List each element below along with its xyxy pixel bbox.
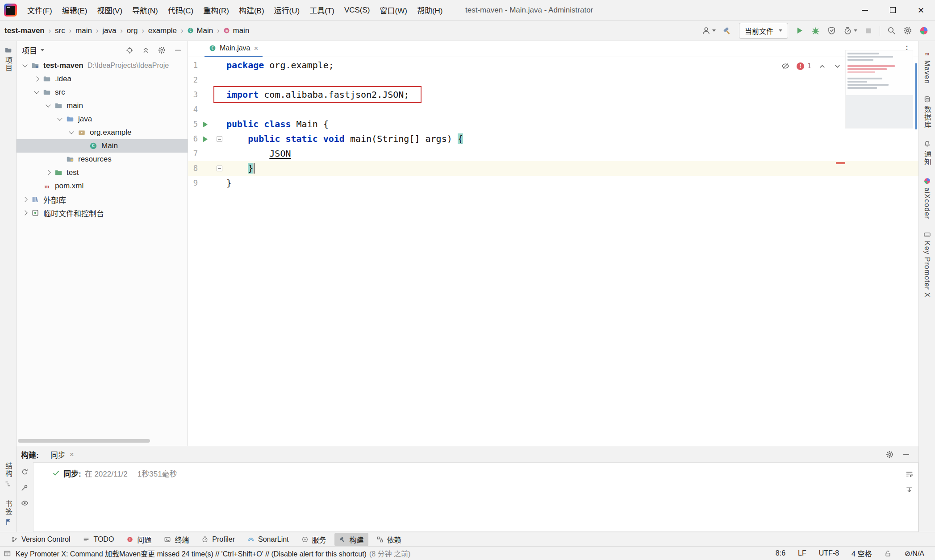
tree-chevron-box[interactable] xyxy=(32,77,42,81)
menu-item-9[interactable]: VCS(S) xyxy=(339,0,375,20)
menu-item-8[interactable]: 工具(T) xyxy=(305,0,339,20)
toolwindow-button-Version Control[interactable]: Version Control xyxy=(6,534,75,545)
tree-node-main[interactable]: main xyxy=(17,99,188,112)
tool-stripe-tab-结构[interactable]: 结构 xyxy=(3,462,13,488)
fold-end-icon[interactable] xyxy=(217,166,222,171)
close-button[interactable] xyxy=(907,0,935,20)
code-line-3[interactable]: 3import com.alibaba.fastjson2.JSON; xyxy=(188,87,918,102)
previous-error-button[interactable] xyxy=(818,62,826,71)
tool-stripe-tab-aiXcoder[interactable]: aiXcoder xyxy=(923,177,931,219)
fold-start-icon[interactable] xyxy=(217,136,222,142)
menu-item-5[interactable]: 重构(R) xyxy=(198,0,234,20)
breadcrumb-item-test-maven[interactable]: test-maven xyxy=(4,26,45,35)
code-line-2[interactable]: 2 xyxy=(188,73,918,87)
tree-node-org.example[interactable]: org.example xyxy=(17,126,188,139)
toolwindow-button-问题[interactable]: 问题 xyxy=(122,533,156,546)
tool-stripe-tab-通知[interactable]: 通知 xyxy=(922,140,932,166)
breadcrumb-item-Main[interactable]: CMain xyxy=(187,26,213,35)
tool-stripe-tab-Key Promoter X[interactable]: Key Promoter X xyxy=(923,231,931,298)
project-panel-title[interactable]: 项目 xyxy=(22,45,37,56)
tree-node-临时文件和控制台[interactable]: 临时文件和控制台 xyxy=(17,206,188,220)
maximize-button[interactable] xyxy=(879,0,907,20)
toolwindow-button-构建[interactable]: 构建 xyxy=(334,533,368,546)
tree-chevron-box[interactable] xyxy=(55,118,65,120)
menu-item-11[interactable]: 帮助(H) xyxy=(412,0,448,20)
build-tab-sync[interactable]: 同步 xyxy=(50,449,74,460)
horizontal-scrollbar[interactable] xyxy=(18,439,150,443)
code-line-4[interactable]: 4 xyxy=(188,102,918,117)
tool-stripe-tab-项目[interactable]: 项目 xyxy=(3,46,13,72)
status-item-4 空格[interactable]: 4 空格 xyxy=(852,548,872,559)
toolwindow-quick-access-icon[interactable] xyxy=(4,550,11,557)
toolwindow-button-TODO[interactable]: TODO xyxy=(78,534,118,545)
tree-chevron-box[interactable] xyxy=(32,91,42,93)
hide-panel-button[interactable] xyxy=(174,46,182,54)
tool-stripe-tab-数据库[interactable]: 数据库 xyxy=(922,95,932,129)
select-opened-file-button[interactable] xyxy=(125,46,134,54)
build-settings-gear-button[interactable] xyxy=(885,450,894,459)
close-tab-icon[interactable] xyxy=(254,45,258,52)
menu-item-7[interactable]: 运行(U) xyxy=(269,0,305,20)
run-button[interactable] xyxy=(795,26,804,35)
collapse-all-button[interactable] xyxy=(142,46,150,54)
tree-node-外部库[interactable]: 外部库 xyxy=(17,193,188,206)
menu-item-1[interactable]: 编辑(E) xyxy=(57,0,92,20)
tree-node-test-maven[interactable]: test-mavenD:\IdeaProjects\IdeaProje xyxy=(17,59,188,72)
status-item-⊘/N/A[interactable]: ⊘/N/A xyxy=(904,549,924,558)
code-line-8[interactable]: 8 } xyxy=(188,161,918,176)
minimize-button[interactable] xyxy=(851,0,879,20)
toolwindow-button-终端[interactable]: 终端 xyxy=(159,533,193,546)
toolwindow-button-服务[interactable]: 服务 xyxy=(297,533,331,546)
tree-node-.idea[interactable]: .idea xyxy=(17,72,188,86)
tool-stripe-tab-Maven[interactable]: mMaven xyxy=(923,50,931,84)
pin-button[interactable] xyxy=(21,483,29,492)
hide-build-panel-button[interactable] xyxy=(902,450,910,459)
code-line-7[interactable]: 7 JSON xyxy=(188,146,918,161)
next-error-button[interactable] xyxy=(833,62,842,71)
code-editor[interactable]: 1package org.example;23import com.alibab… xyxy=(188,57,918,446)
breadcrumb-item-src[interactable]: src xyxy=(55,26,65,35)
highlighting-level-eye-icon[interactable] xyxy=(781,62,790,71)
tree-node-Main[interactable]: CMain xyxy=(17,139,188,153)
tree-node-resources[interactable]: resources xyxy=(17,153,188,166)
breadcrumb-item-main[interactable]: mmain xyxy=(223,26,249,35)
scroll-to-end-button[interactable] xyxy=(905,485,914,494)
aixcoder-plugin-icon[interactable] xyxy=(919,26,929,36)
build-hammer-icon[interactable] xyxy=(722,26,732,36)
tree-node-java[interactable]: java xyxy=(17,112,188,126)
menu-item-2[interactable]: 视图(V) xyxy=(92,0,127,20)
error-count-badge[interactable]: 1 xyxy=(797,62,811,70)
options-gear-button[interactable] xyxy=(158,46,166,54)
tree-chevron-box[interactable] xyxy=(20,65,30,66)
tree-chevron-box[interactable] xyxy=(20,211,30,215)
toolwindow-button-Profiler[interactable]: Profiler xyxy=(197,534,239,545)
search-everywhere-button[interactable] xyxy=(887,26,896,35)
status-item-LF[interactable]: LF xyxy=(798,549,806,557)
tree-node-src[interactable]: src xyxy=(17,86,188,99)
tree-chevron-box[interactable] xyxy=(43,171,53,174)
code-line-9[interactable]: 9} xyxy=(188,176,918,191)
menu-item-6[interactable]: 构建(B) xyxy=(234,0,269,20)
menu-item-3[interactable]: 导航(N) xyxy=(127,0,163,20)
code-line-6[interactable]: 6 public static void main(String[] args)… xyxy=(188,132,918,146)
soft-wrap-button[interactable] xyxy=(905,470,914,478)
run-gutter-icon[interactable] xyxy=(203,121,208,128)
status-item-8:6[interactable]: 8:6 xyxy=(776,549,785,557)
breadcrumb-item-main[interactable]: main xyxy=(75,26,92,35)
tree-chevron-box[interactable] xyxy=(43,105,53,107)
menu-item-10[interactable]: 窗口(W) xyxy=(375,0,412,20)
status-item-UTF-8[interactable]: UTF-8 xyxy=(819,549,839,557)
tree-node-pom.xml[interactable]: mpom.xml xyxy=(17,179,188,193)
breadcrumb-item-example[interactable]: example xyxy=(148,26,177,35)
status-item-unlock-icon[interactable] xyxy=(884,550,892,557)
tree-node-test[interactable]: test xyxy=(17,166,188,179)
user-account-button[interactable] xyxy=(701,26,716,35)
run-gutter-icon[interactable] xyxy=(203,136,208,142)
reload-sync-button[interactable] xyxy=(21,468,29,476)
debug-button[interactable] xyxy=(811,26,820,35)
tree-chevron-box[interactable] xyxy=(20,198,30,201)
close-tab-icon[interactable] xyxy=(70,451,74,458)
breadcrumb-item-java[interactable]: java xyxy=(102,26,116,35)
settings-gear-button[interactable] xyxy=(903,26,912,35)
menu-item-0[interactable]: 文件(F) xyxy=(22,0,57,20)
